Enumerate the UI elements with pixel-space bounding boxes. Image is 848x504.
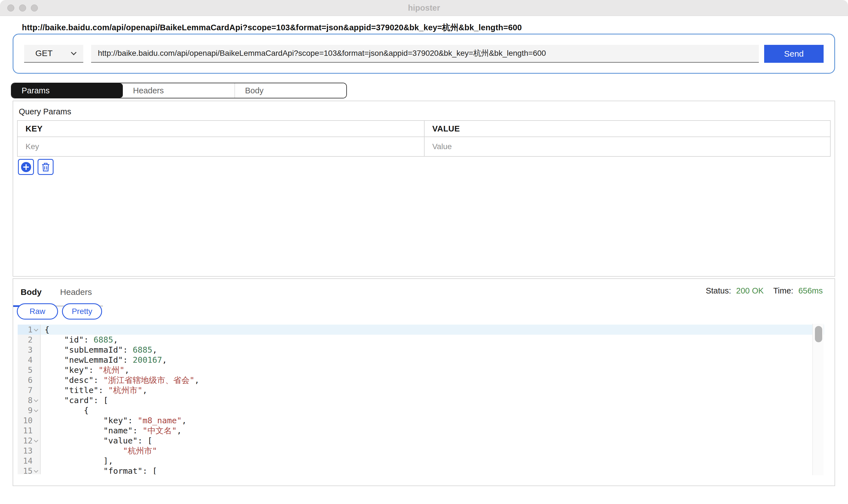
fold-chevron-icon[interactable] [33,408,39,413]
method-select-value: GET [35,49,53,58]
line-number: 8 [28,396,33,405]
add-param-button[interactable] [18,159,34,175]
request-tabs: Params Headers Body [11,83,347,98]
trash-icon [41,162,50,172]
fold-chevron-icon[interactable] [33,468,39,474]
code-line-text: { [41,325,49,335]
table-header-row: KEY VALUE [18,121,830,137]
status-value: 200 OK [736,286,764,295]
code-line: 2 "id": 6885, [18,335,824,345]
tab-params[interactable]: Params [12,83,123,98]
code-line-text: "title": "杭州市", [41,385,147,395]
response-tab-headers[interactable]: Headers [49,279,103,307]
line-number: 3 [28,345,33,355]
code-line: 6 "desc": "浙江省辖地级市、省会", [18,375,824,385]
response-tab-body[interactable]: Body [13,279,49,307]
line-number: 10 [23,416,33,425]
query-params-title: Query Params [19,107,834,116]
time-value: 656ms [798,286,823,295]
code-line-text: { [41,405,89,415]
code-editor[interactable]: 1{2 "id": 6885,3 "subLemmaId": 6885,4 "n… [18,325,824,474]
code-line: 9 { [18,405,824,415]
params-panel: Query Params KEY VALUE [13,101,835,277]
key-column-header: KEY [25,124,42,133]
tab-headers[interactable]: Headers [123,83,234,98]
code-line: 14 ], [18,456,824,466]
delete-param-button[interactable] [38,159,54,175]
window-titlebar: hiposter [0,0,848,16]
fold-chevron-icon[interactable] [33,397,39,403]
code-line: 5 "key": "杭州", [18,365,824,375]
code-line-text: "key": "杭州", [41,365,129,375]
code-line-text: "name": "中文名", [41,426,182,436]
code-line: 1{ [18,325,824,335]
code-lines: 1{2 "id": 6885,3 "subLemmaId": 6885,4 "n… [18,325,824,474]
response-status-line: Status: 200 OK Time: 656ms [706,286,823,295]
param-key-input[interactable] [25,140,408,153]
line-number: 12 [23,436,33,445]
chevron-down-icon [71,50,76,55]
code-line-text: "newLemmaId": 200167, [41,355,167,365]
line-number: 4 [28,356,33,365]
code-line-text: "card": [ [41,395,108,405]
request-bar: GET Send [13,34,835,74]
line-number: 7 [28,386,33,395]
code-line: 15 "format": [ [18,466,824,474]
code-line: 3 "subLemmaId": 6885, [18,345,824,355]
code-line: 7 "title": "杭州市", [18,385,824,395]
code-line-text: "desc": "浙江省辖地级市、省会", [41,375,199,385]
line-number: 9 [28,406,33,415]
code-line-text: "format": [ [41,466,157,474]
scrollbar[interactable] [812,324,824,475]
fold-chevron-icon[interactable] [33,327,39,332]
line-number: 13 [23,446,33,455]
raw-view-button[interactable]: Raw [17,303,58,320]
method-select[interactable]: GET [24,45,83,63]
tab-body[interactable]: Body [234,83,346,98]
value-column-header: VALUE [432,124,460,133]
code-line: 10 "key": "m8_name", [18,415,824,426]
code-line-text: "value": [ [41,436,152,446]
line-number: 11 [23,426,33,435]
code-line: 11 "name": "中文名", [18,426,824,436]
status-label: Status: [706,286,731,295]
code-line-text: ], [41,456,113,466]
query-params-table: KEY VALUE [17,120,831,157]
line-number: 2 [28,335,33,344]
plus-circle-icon [21,162,31,172]
code-line-text: "id": 6885, [41,335,118,345]
code-line-text: "杭州市" [41,446,157,456]
table-row [18,137,830,156]
window-title: hiposter [0,0,848,16]
code-line: 4 "newLemmaId": 200167, [18,355,824,365]
line-number: 5 [28,365,33,375]
code-line: 8 "card": [ [18,395,824,405]
line-number: 6 [28,376,33,385]
code-line: 13 "杭州市" [18,446,824,456]
fold-chevron-icon[interactable] [33,438,39,444]
send-button[interactable]: Send [764,45,824,63]
code-line: 12 "value": [ [18,436,824,446]
pretty-view-button[interactable]: Pretty [62,303,102,320]
response-view-buttons: Raw Pretty [17,303,834,320]
url-input[interactable] [91,45,759,63]
code-line-text: "subLemmaId": 6885, [41,345,157,355]
line-number: 1 [28,325,33,335]
response-panel: Body Headers Status: 200 OK Time: 656ms … [13,278,835,486]
param-value-input[interactable] [432,140,814,153]
request-url-heading: http://baike.baidu.com/api/openapi/Baike… [22,22,848,33]
line-number: 14 [23,456,33,466]
code-line-text: "key": "m8_name", [41,415,187,426]
time-label: Time: [773,286,793,295]
scrollbar-thumb[interactable] [815,326,822,342]
line-number: 15 [23,466,33,474]
